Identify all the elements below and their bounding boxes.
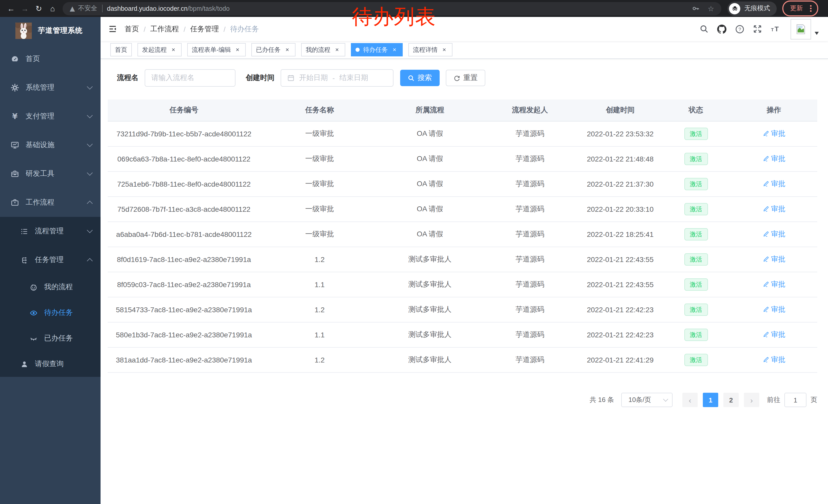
status-badge: 激活 [684, 304, 708, 316]
browser-toolbar: ← → ↻ ⌂ ▲ 不安全 dashboard.yudao.iocoder.cn… [0, 0, 828, 17]
reload-icon[interactable]: ↻ [32, 0, 46, 17]
page-button-2[interactable]: 2 [723, 393, 739, 407]
cell-created: 2022-01-22 21:48:48 [579, 155, 661, 163]
approve-link[interactable]: 审批 [762, 129, 785, 138]
cell-starter: 芋道源码 [481, 179, 579, 189]
sidebar-item-已办任务[interactable]: 已办任务 [0, 326, 100, 351]
security-warning-icon[interactable]: ▲ [70, 5, 75, 12]
tab-发起流程[interactable]: 发起流程× [137, 43, 181, 56]
prev-page-button[interactable]: ‹ [682, 393, 698, 407]
key-icon[interactable] [692, 5, 700, 12]
github-icon[interactable] [717, 25, 727, 34]
avatar[interactable] [791, 19, 811, 39]
cell-starter: 芋道源码 [481, 330, 579, 339]
cell-task-id: 75d72608-7b7f-11ec-a3c8-acde48001122 [108, 205, 260, 213]
url-path: /bpm/task/todo [188, 5, 230, 12]
update-button[interactable]: 更新 [782, 1, 818, 16]
breadcrumb-workflow[interactable]: 工作流程 [150, 25, 179, 34]
status-badge: 激活 [684, 153, 708, 165]
approve-link[interactable]: 审批 [762, 280, 785, 289]
calendar-icon [287, 74, 294, 82]
sidebar-item-系统管理[interactable]: 系统管理 [0, 73, 100, 102]
breadcrumb-task-mgmt[interactable]: 任务管理 [190, 25, 219, 34]
table-row: 8f0d1619-7ac8-11ec-a9e2-a2380e71991a1.2测… [108, 247, 817, 272]
approve-link[interactable]: 审批 [762, 179, 785, 189]
sidebar-item-流程管理[interactable]: 流程管理 [0, 217, 100, 245]
page-button-1[interactable]: 1 [703, 393, 718, 407]
sidebar-item-我的流程[interactable]: 我的流程 [0, 274, 100, 300]
close-icon[interactable]: × [333, 47, 341, 53]
font-size-icon[interactable]: TT [771, 25, 780, 33]
tab-label: 待办任务 [363, 45, 388, 54]
close-icon[interactable]: × [441, 47, 448, 53]
search-icon[interactable] [700, 25, 708, 33]
browser-menu-icon[interactable] [809, 4, 812, 13]
cell-created: 2022-01-21 22:43:55 [579, 255, 661, 264]
fullscreen-icon[interactable] [753, 25, 762, 33]
cell-task-id: 73211d9d-7b9b-11ec-b5b7-acde48001122 [108, 130, 260, 138]
cell-task-name: 一级审批 [260, 179, 379, 189]
search-button[interactable]: 搜索 [400, 70, 440, 86]
sidebar-logo[interactable]: 芋道管理系统 [0, 17, 100, 45]
tab-待办任务[interactable]: 待办任务× [351, 43, 403, 56]
status-badge: 激活 [684, 253, 708, 266]
breadcrumb-home[interactable]: 首页 [125, 25, 139, 34]
approve-link[interactable]: 审批 [762, 204, 785, 214]
sidebar-item-请假查询[interactable]: 请假查询 [0, 351, 100, 377]
status-badge: 激活 [684, 329, 708, 341]
help-icon[interactable]: ? [735, 25, 744, 34]
close-icon[interactable]: × [170, 47, 177, 53]
page-buttons: 12 [700, 393, 741, 407]
back-icon[interactable]: ← [4, 0, 18, 17]
tab-首页[interactable]: 首页 [110, 43, 132, 56]
approve-link[interactable]: 审批 [762, 154, 785, 164]
page-size-select[interactable]: 10条/页 [621, 393, 672, 407]
tab-label: 发起流程 [142, 45, 167, 54]
sidebar-item-工作流程[interactable]: 工作流程 [0, 188, 100, 217]
bookmark-star-icon[interactable]: ☆ [708, 4, 714, 12]
close-icon[interactable]: × [284, 47, 291, 53]
approve-link[interactable]: 审批 [762, 305, 785, 314]
sidebar-item-label: 请假查询 [35, 359, 64, 369]
chevron-down-icon [663, 397, 668, 402]
sidebar-item-待办任务[interactable]: 待办任务 [0, 300, 100, 326]
approve-link[interactable]: 审批 [762, 255, 785, 264]
sidebar-item-基础设施[interactable]: 基础设施 [0, 131, 100, 159]
update-label: 更新 [790, 4, 803, 13]
approve-link[interactable]: 审批 [762, 355, 785, 365]
sidebar-item-任务管理[interactable]: 任务管理 [0, 245, 100, 274]
sidebar-item-首页[interactable]: 首页 [0, 45, 100, 73]
status-badge: 激活 [684, 178, 708, 190]
sidebar-item-支付管理[interactable]: ¥支付管理 [0, 102, 100, 131]
cell-task-id: 381aa1dd-7ac8-11ec-a9e2-a2380e71991a [108, 356, 260, 364]
close-icon[interactable]: × [391, 47, 398, 53]
approve-link[interactable]: 审批 [762, 330, 785, 339]
sidebar-fold-icon[interactable] [108, 25, 117, 33]
reset-button[interactable]: 重置 [446, 70, 485, 86]
table-row: 381aa1dd-7ac8-11ec-a9e2-a2380e71991a1.2测… [108, 348, 817, 373]
process-name-input[interactable]: 请输入流程名 [145, 69, 236, 87]
tab-流程表单-编辑[interactable]: 流程表单-编辑× [187, 43, 246, 56]
next-page-button[interactable]: › [744, 393, 759, 407]
forward-icon[interactable]: → [18, 0, 32, 17]
approve-link[interactable]: 审批 [762, 230, 785, 239]
create-time-label: 创建时间 [246, 73, 275, 83]
edit-pencil-icon [762, 281, 769, 288]
avatar-caret-icon[interactable] [815, 32, 819, 37]
sidebar-item-研发工具[interactable]: 研发工具 [0, 159, 100, 188]
tab-已办任务[interactable]: 已办任务× [251, 43, 295, 56]
home-icon[interactable]: ⌂ [46, 0, 59, 17]
cell-process: OA 请假 [379, 154, 481, 164]
close-icon[interactable]: × [234, 47, 241, 53]
sidebar-item-label: 流程管理 [35, 227, 64, 236]
goto-page-input[interactable]: 1 [784, 393, 806, 407]
user-icon [19, 360, 29, 368]
tab-流程详情[interactable]: 流程详情× [408, 43, 452, 56]
cell-starter: 芋道源码 [481, 255, 579, 264]
cell-created: 2022-01-22 20:33:10 [579, 205, 661, 213]
tab-我的流程[interactable]: 我的流程× [301, 43, 345, 56]
date-range-picker[interactable]: 开始日期 - 结束日期 [281, 69, 394, 87]
cell-starter: 芋道源码 [481, 230, 579, 239]
broken-image-icon [795, 23, 806, 35]
url-bar[interactable]: ▲ 不安全 dashboard.yudao.iocoder.cn/bpm/tas… [63, 2, 721, 15]
